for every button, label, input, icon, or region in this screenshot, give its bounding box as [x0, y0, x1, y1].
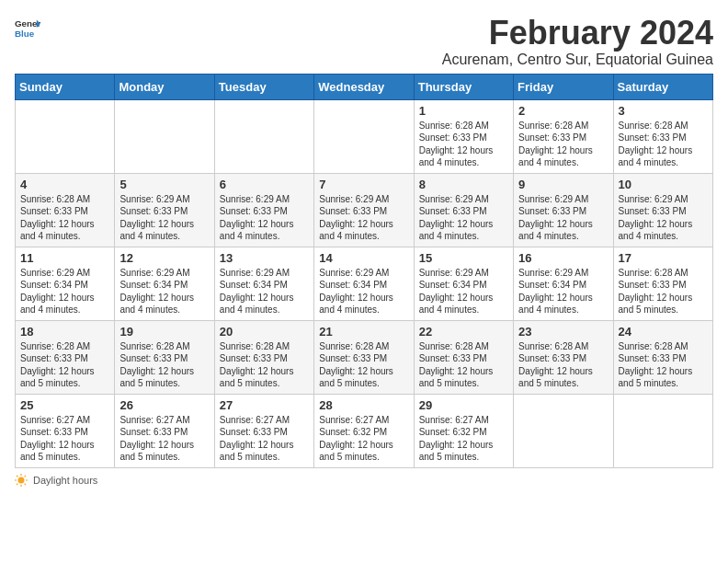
calendar-cell: 25Sunrise: 6:27 AM Sunset: 6:33 PM Dayli…	[16, 394, 115, 467]
day-info: Sunrise: 6:29 AM Sunset: 6:34 PM Dayligh…	[319, 267, 408, 316]
day-info: Sunrise: 6:28 AM Sunset: 6:33 PM Dayligh…	[119, 340, 209, 390]
calendar-cell: 24Sunrise: 6:28 AM Sunset: 6:33 PM Dayli…	[613, 320, 712, 394]
day-info: Sunrise: 6:27 AM Sunset: 6:33 PM Dayligh…	[220, 414, 309, 464]
calendar-cell	[16, 99, 115, 173]
calendar-week-3: 11Sunrise: 6:29 AM Sunset: 6:34 PM Dayli…	[16, 247, 713, 320]
calendar-cell: 5Sunrise: 6:29 AM Sunset: 6:33 PM Daylig…	[115, 173, 214, 247]
day-number: 27	[220, 398, 309, 412]
calendar-cell: 22Sunrise: 6:28 AM Sunset: 6:33 PM Dayli…	[414, 320, 513, 394]
calendar-week-4: 18Sunrise: 6:28 AM Sunset: 6:33 PM Dayli…	[16, 320, 713, 394]
calendar-cell: 18Sunrise: 6:28 AM Sunset: 6:33 PM Dayli…	[16, 320, 115, 394]
calendar-cell: 9Sunrise: 6:29 AM Sunset: 6:33 PM Daylig…	[514, 173, 613, 247]
calendar-cell: 26Sunrise: 6:27 AM Sunset: 6:33 PM Dayli…	[115, 394, 214, 467]
day-number: 19	[119, 325, 209, 339]
day-number: 7	[319, 178, 408, 191]
day-number: 15	[419, 251, 508, 265]
calendar-header-sunday: Sunday	[16, 74, 115, 99]
day-info: Sunrise: 6:29 AM Sunset: 6:33 PM Dayligh…	[619, 193, 708, 243]
day-info: Sunrise: 6:28 AM Sunset: 6:33 PM Dayligh…	[220, 340, 309, 390]
day-info: Sunrise: 6:27 AM Sunset: 6:32 PM Dayligh…	[419, 414, 508, 464]
day-info: Sunrise: 6:28 AM Sunset: 6:33 PM Dayligh…	[319, 340, 408, 390]
svg-point-3	[18, 477, 25, 483]
day-info: Sunrise: 6:27 AM Sunset: 6:32 PM Dayligh…	[319, 414, 408, 464]
calendar-cell	[214, 99, 313, 173]
day-number: 23	[518, 325, 608, 339]
day-info: Sunrise: 6:27 AM Sunset: 6:33 PM Dayligh…	[20, 414, 109, 464]
day-info: Sunrise: 6:29 AM Sunset: 6:34 PM Dayligh…	[119, 267, 209, 316]
footer-note: Daylight hours	[15, 474, 713, 487]
day-info: Sunrise: 6:28 AM Sunset: 6:33 PM Dayligh…	[419, 340, 508, 390]
calendar-cell: 16Sunrise: 6:29 AM Sunset: 6:34 PM Dayli…	[514, 247, 613, 320]
svg-text:Blue: Blue	[15, 29, 35, 39]
day-info: Sunrise: 6:29 AM Sunset: 6:33 PM Dayligh…	[319, 193, 408, 243]
day-number: 22	[419, 325, 508, 339]
main-title: February 2024	[442, 15, 713, 52]
calendar-cell	[115, 99, 214, 173]
calendar-header-tuesday: Tuesday	[214, 74, 313, 99]
day-number: 25	[20, 398, 109, 412]
calendar-cell: 3Sunrise: 6:28 AM Sunset: 6:33 PM Daylig…	[613, 99, 712, 173]
calendar-cell: 27Sunrise: 6:27 AM Sunset: 6:33 PM Dayli…	[214, 394, 313, 467]
calendar-cell: 19Sunrise: 6:28 AM Sunset: 6:33 PM Dayli…	[115, 320, 214, 394]
day-info: Sunrise: 6:28 AM Sunset: 6:33 PM Dayligh…	[419, 120, 508, 169]
day-number: 24	[619, 325, 708, 339]
day-info: Sunrise: 6:28 AM Sunset: 6:33 PM Dayligh…	[619, 340, 708, 390]
sun-icon	[15, 474, 28, 487]
day-info: Sunrise: 6:28 AM Sunset: 6:33 PM Dayligh…	[20, 193, 109, 243]
svg-line-11	[17, 483, 17, 484]
calendar-cell: 29Sunrise: 6:27 AM Sunset: 6:32 PM Dayli…	[414, 394, 513, 467]
day-info: Sunrise: 6:27 AM Sunset: 6:33 PM Dayligh…	[119, 414, 209, 464]
day-number: 16	[518, 251, 608, 265]
calendar-cell: 14Sunrise: 6:29 AM Sunset: 6:34 PM Dayli…	[314, 247, 414, 320]
day-number: 21	[319, 325, 408, 339]
calendar-cell: 28Sunrise: 6:27 AM Sunset: 6:32 PM Dayli…	[314, 394, 414, 467]
day-number: 9	[518, 178, 608, 191]
day-number: 1	[419, 104, 508, 118]
day-number: 29	[419, 398, 508, 412]
calendar-cell	[514, 394, 613, 467]
day-info: Sunrise: 6:28 AM Sunset: 6:33 PM Dayligh…	[619, 120, 708, 169]
day-number: 3	[619, 104, 708, 118]
day-number: 13	[220, 251, 309, 265]
day-number: 11	[20, 251, 109, 265]
calendar-header-saturday: Saturday	[613, 74, 712, 99]
calendar-cell	[613, 394, 712, 467]
day-number: 6	[220, 178, 309, 191]
day-info: Sunrise: 6:29 AM Sunset: 6:34 PM Dayligh…	[419, 267, 508, 316]
calendar-cell	[314, 99, 414, 173]
sub-title: Acurenam, Centro Sur, Equatorial Guinea	[442, 52, 713, 68]
svg-line-10	[25, 476, 26, 477]
day-info: Sunrise: 6:29 AM Sunset: 6:34 PM Dayligh…	[20, 267, 109, 316]
day-info: Sunrise: 6:29 AM Sunset: 6:33 PM Dayligh…	[419, 193, 508, 243]
calendar-cell: 12Sunrise: 6:29 AM Sunset: 6:34 PM Dayli…	[115, 247, 214, 320]
page-header: General Blue February 2024 Acurenam, Cen…	[15, 15, 713, 68]
calendar-cell: 23Sunrise: 6:28 AM Sunset: 6:33 PM Dayli…	[514, 320, 613, 394]
logo: General Blue	[15, 15, 40, 40]
day-number: 8	[419, 178, 508, 191]
svg-line-9	[25, 483, 26, 484]
day-info: Sunrise: 6:29 AM Sunset: 6:33 PM Dayligh…	[518, 193, 608, 243]
day-info: Sunrise: 6:29 AM Sunset: 6:33 PM Dayligh…	[119, 193, 209, 243]
svg-line-8	[17, 476, 17, 477]
calendar-header-friday: Friday	[514, 74, 613, 99]
day-number: 10	[619, 178, 708, 191]
calendar-week-2: 4Sunrise: 6:28 AM Sunset: 6:33 PM Daylig…	[16, 173, 713, 247]
calendar-cell: 15Sunrise: 6:29 AM Sunset: 6:34 PM Dayli…	[414, 247, 513, 320]
day-info: Sunrise: 6:28 AM Sunset: 6:33 PM Dayligh…	[619, 267, 708, 316]
calendar-cell: 2Sunrise: 6:28 AM Sunset: 6:33 PM Daylig…	[514, 99, 613, 173]
calendar-cell: 21Sunrise: 6:28 AM Sunset: 6:33 PM Dayli…	[314, 320, 414, 394]
day-info: Sunrise: 6:28 AM Sunset: 6:33 PM Dayligh…	[518, 120, 608, 169]
title-area: February 2024 Acurenam, Centro Sur, Equa…	[442, 15, 713, 68]
day-number: 4	[20, 178, 109, 191]
day-info: Sunrise: 6:29 AM Sunset: 6:34 PM Dayligh…	[518, 267, 608, 316]
calendar-week-5: 25Sunrise: 6:27 AM Sunset: 6:33 PM Dayli…	[16, 394, 713, 467]
day-info: Sunrise: 6:28 AM Sunset: 6:33 PM Dayligh…	[20, 340, 109, 390]
day-number: 18	[20, 325, 109, 339]
day-number: 17	[619, 251, 708, 265]
calendar-cell: 6Sunrise: 6:29 AM Sunset: 6:33 PM Daylig…	[214, 173, 313, 247]
day-number: 5	[119, 178, 209, 191]
calendar-cell: 10Sunrise: 6:29 AM Sunset: 6:33 PM Dayli…	[613, 173, 712, 247]
day-number: 20	[220, 325, 309, 339]
logo-icon: General Blue	[15, 15, 40, 40]
day-number: 12	[119, 251, 209, 265]
